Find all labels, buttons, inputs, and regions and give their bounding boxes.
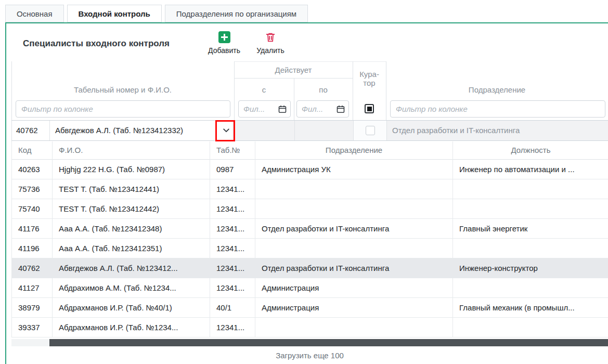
cell-department bbox=[255, 179, 453, 199]
trash-icon bbox=[265, 31, 276, 43]
cell-tab: 40/1 bbox=[210, 298, 255, 318]
cell-position bbox=[453, 179, 608, 199]
cell-name: Ааа А.А. (Таб. №123412351) bbox=[53, 239, 210, 258]
dropdown-row[interactable]: 41196 Ааа А.А. (Таб. №123412351) 12341..… bbox=[11, 239, 608, 258]
filter-valid-to-input[interactable] bbox=[296, 100, 349, 118]
cell-name: Абдрахманов И.Р. (Таб. №1234... bbox=[53, 318, 210, 337]
dropdown-row[interactable]: 75740 TEST Т. (Таб. №123412442) 12341... bbox=[11, 199, 608, 219]
cell-department: Администрация bbox=[255, 278, 453, 298]
cell-name: Ааа А.А. (Таб. №123412348) bbox=[53, 219, 210, 239]
edit-row-department: Отдел разработки и IT-консалтинга bbox=[386, 121, 608, 140]
dropdown-row[interactable]: 75736 TEST Т. (Таб. №123412441) 12341... bbox=[11, 179, 608, 199]
cell-tab: 12341... bbox=[210, 179, 255, 199]
cell-code: 41176 bbox=[12, 219, 53, 239]
cell-department: Администрация УК bbox=[255, 160, 453, 179]
cell-code: 39337 bbox=[12, 318, 53, 337]
tab-bar: Основная Входной контроль Подразделения … bbox=[5, 5, 308, 22]
edit-row-curator-checkbox[interactable] bbox=[366, 126, 375, 135]
add-button-label: Добавить bbox=[208, 46, 240, 55]
delete-button-label: Удалить bbox=[256, 46, 284, 55]
cell-position bbox=[453, 199, 608, 219]
cell-code: 38979 bbox=[12, 298, 53, 318]
column-header-curator: Кура- тор bbox=[353, 70, 386, 87]
panel-title: Специалисты входного контроля bbox=[23, 38, 170, 49]
dropdown-header-position: Должность bbox=[453, 141, 608, 160]
dropdown-row[interactable]: 41127 Абдрахимов А.М. (Таб. №1234... 123… bbox=[11, 278, 608, 298]
filter-valid-from-input[interactable] bbox=[238, 100, 291, 118]
dropdown-header-tab: Таб.№ bbox=[210, 141, 255, 160]
delete-button[interactable]: Удалить bbox=[251, 31, 290, 55]
cell-code: 40263 bbox=[12, 160, 53, 179]
edit-row-curator bbox=[353, 121, 386, 140]
filter-department-input[interactable] bbox=[390, 100, 605, 118]
curator-header-line1: Кура- bbox=[359, 70, 379, 79]
dropdown-header-code: Код bbox=[12, 141, 53, 160]
cell-position: Главный энергетик bbox=[453, 219, 608, 239]
edit-row-valid-from bbox=[233, 121, 294, 140]
dropdown-header-name: Ф.И.О. bbox=[53, 141, 210, 160]
cell-name: TEST Т. (Таб. №123412442) bbox=[53, 199, 210, 219]
cell-department: Отдел разработки и IT-консалтинга bbox=[255, 219, 453, 239]
tab-main[interactable]: Основная bbox=[5, 5, 64, 22]
cell-position: Инженер по автоматизации и ... bbox=[453, 160, 608, 179]
add-button[interactable]: Добавить bbox=[202, 31, 246, 55]
cell-department bbox=[255, 239, 453, 258]
horizontal-scrollbar[interactable] bbox=[11, 339, 608, 346]
dropdown-row[interactable]: 39337 Абдрахманов И.Р. (Таб. №1234... 12… bbox=[11, 318, 608, 337]
dropdown-header-department: Подразделение bbox=[255, 141, 453, 160]
edit-row-valid-to bbox=[294, 121, 353, 140]
cell-tab: 12341... bbox=[210, 278, 255, 298]
divider bbox=[234, 78, 353, 79]
scrollbar-thumb[interactable] bbox=[49, 339, 608, 346]
cell-tab: 0987 bbox=[210, 160, 255, 179]
edit-row-code[interactable]: 40762 bbox=[12, 121, 50, 140]
edit-row: 40762 Абвгдежов А.Л. (Таб. №123412332) О… bbox=[11, 121, 608, 141]
load-more-button[interactable]: Загрузить еще 100 bbox=[11, 347, 608, 364]
cell-code: 40762 bbox=[12, 258, 53, 278]
cell-tab: 12341... bbox=[210, 199, 255, 219]
cell-name: Абвгдежов А.Л. (Таб. №123412... bbox=[53, 258, 210, 278]
cell-department: Администрация bbox=[255, 298, 453, 318]
cell-name: Hjghjg 222 H.G. (Таб. №0987) bbox=[53, 160, 210, 179]
cell-code: 75736 bbox=[12, 179, 53, 199]
divider bbox=[294, 78, 294, 120]
dropdown-row[interactable]: 41176 Ааа А.А. (Таб. №123412348) 12341..… bbox=[11, 219, 608, 239]
calendar-icon[interactable] bbox=[278, 105, 287, 113]
column-header-valid-from: с bbox=[234, 85, 294, 94]
cell-position bbox=[453, 239, 608, 258]
cell-tab: 12341... bbox=[210, 318, 255, 337]
edit-row-name[interactable]: Абвгдежов А.Л. (Таб. №123412332) bbox=[50, 121, 219, 140]
plus-icon bbox=[218, 31, 230, 43]
cell-code: 41127 bbox=[12, 278, 53, 298]
curator-header-line2: тор bbox=[363, 79, 375, 87]
cell-position: Главный механик (в промышл... bbox=[453, 298, 608, 318]
cell-tab: 12341... bbox=[210, 258, 255, 278]
dropdown-row[interactable]: 38979 Абдрахманов И.Р. (Таб. №40/1) 40/1… bbox=[11, 298, 608, 318]
cell-department bbox=[255, 318, 453, 337]
cell-position bbox=[453, 278, 608, 298]
divider bbox=[234, 61, 386, 62]
dropdown-row[interactable]: 40263 Hjghjg 222 H.G. (Таб. №0987) 0987 … bbox=[11, 160, 608, 179]
cell-name: TEST Т. (Таб. №123412441) bbox=[53, 179, 210, 199]
cell-position: Инженер-конструктор bbox=[453, 258, 608, 278]
tab-input-control[interactable]: Входной контроль bbox=[67, 5, 162, 22]
filter-curator-checkbox[interactable] bbox=[365, 104, 374, 113]
column-header-valid-to: по bbox=[294, 85, 353, 94]
filter-personnel-input[interactable] bbox=[16, 100, 230, 118]
tab-departments-by-organizations[interactable]: Подразделения по организациям bbox=[165, 5, 308, 22]
cell-name: Абдрахманов И.Р. (Таб. №40/1) bbox=[53, 298, 210, 318]
cell-code: 75740 bbox=[12, 199, 53, 219]
calendar-icon[interactable] bbox=[337, 105, 345, 113]
cell-department: Отдел разработки и IT-консалтинга bbox=[255, 258, 453, 278]
cell-code: 41196 bbox=[12, 239, 53, 258]
cell-position bbox=[453, 318, 608, 337]
filter-valid-from-field[interactable] bbox=[243, 105, 276, 113]
dropdown-header: Код Ф.И.О. Таб.№ Подразделение Должность bbox=[11, 141, 608, 160]
dropdown-row-selected[interactable]: 40762 Абвгдежов А.Л. (Таб. №123412... 12… bbox=[11, 258, 608, 278]
cell-tab: 12341... bbox=[210, 239, 255, 258]
column-header-personnel: Табельный номер и Ф.И.О. bbox=[11, 85, 234, 94]
cell-department bbox=[255, 199, 453, 219]
filter-valid-to-field[interactable] bbox=[302, 105, 334, 113]
input-control-panel: Специалисты входного контроля Добавить У… bbox=[5, 22, 608, 364]
cell-tab: 12341... bbox=[210, 219, 255, 239]
